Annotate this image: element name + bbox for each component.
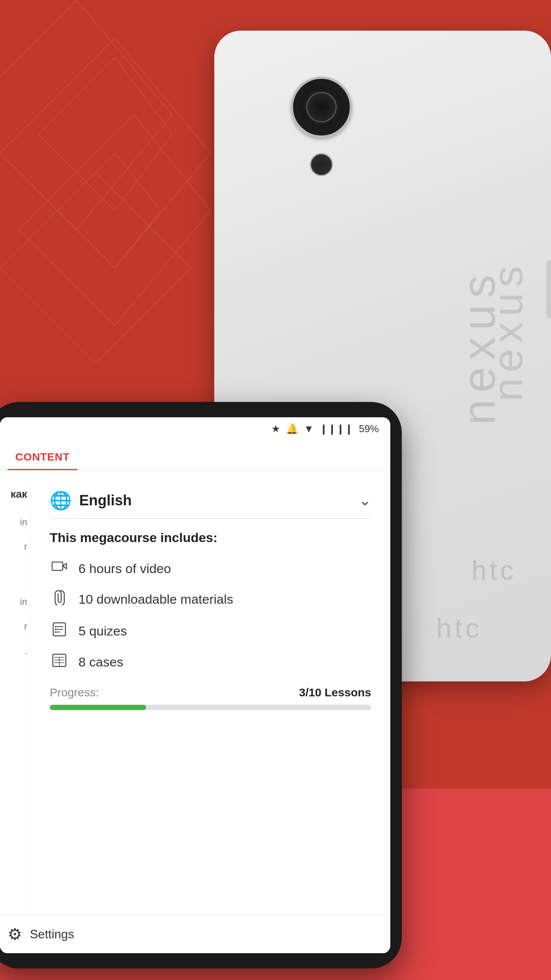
svg-point-30 bbox=[55, 626, 56, 627]
svg-point-32 bbox=[55, 631, 56, 633]
svg-line-11 bbox=[19, 230, 115, 325]
video-icon bbox=[50, 560, 69, 577]
quiz-icon bbox=[50, 622, 69, 640]
svg-marker-25 bbox=[63, 564, 67, 569]
progress-bar-fill bbox=[50, 705, 146, 710]
progress-section: Progress: 3/10 Lessons bbox=[50, 686, 371, 710]
globe-icon: 🌐 bbox=[50, 490, 72, 511]
progress-header: Progress: 3/10 Lessons bbox=[50, 686, 371, 699]
svg-line-15 bbox=[0, 268, 96, 364]
tab-bar: CONTENT bbox=[0, 440, 390, 471]
main-panel: 🌐 English ⌄ This megacourse includes: bbox=[31, 471, 390, 953]
language-selector[interactable]: 🌐 English ⌄ bbox=[50, 482, 371, 519]
svg-line-9 bbox=[134, 115, 210, 211]
svg-rect-24 bbox=[52, 562, 63, 570]
course-item-video: 6 hours of video bbox=[50, 560, 371, 577]
svg-line-4 bbox=[0, 0, 77, 77]
svg-line-1 bbox=[115, 38, 210, 153]
quizes-text: 5 quizes bbox=[78, 624, 127, 639]
app-content: CONTENT как in r in r . 🌐 bbox=[0, 440, 390, 953]
signal-icon: ❙❙❙❙ bbox=[320, 423, 353, 435]
svg-line-0 bbox=[0, 38, 115, 153]
content-area: как in r in r . 🌐 English ⌄ bbox=[0, 471, 390, 953]
svg-line-2 bbox=[115, 153, 210, 268]
svg-line-23 bbox=[57, 211, 115, 268]
course-item-materials: 10 downloadable materials bbox=[50, 590, 371, 609]
svg-line-14 bbox=[96, 268, 191, 364]
materials-text: 10 downloadable materials bbox=[78, 592, 233, 607]
language-label: English bbox=[79, 492, 351, 509]
svg-line-16 bbox=[38, 57, 115, 134]
sidebar-item-3: in bbox=[0, 590, 30, 614]
battery-percentage: 59% bbox=[359, 423, 379, 435]
sidebar-item-4: r bbox=[0, 614, 30, 639]
camera-area bbox=[291, 77, 352, 176]
camera-lens bbox=[306, 92, 337, 122]
sidebar-item-1: in bbox=[0, 510, 30, 534]
svg-point-31 bbox=[55, 629, 56, 630]
megacourse-section: This megacourse includes: 6 hours of vid… bbox=[50, 530, 371, 671]
side-button bbox=[546, 260, 551, 318]
sidebar-item-2: r bbox=[0, 534, 30, 559]
android-tablet: ★ 🔔 ▼ ❙❙❙❙ 59% CONTENT как in r in r bbox=[0, 402, 402, 969]
svg-line-13 bbox=[96, 172, 191, 268]
svg-line-6 bbox=[77, 115, 172, 230]
course-item-quizes: 5 quizes bbox=[50, 622, 371, 640]
svg-line-22 bbox=[115, 211, 161, 268]
cases-text: 8 cases bbox=[78, 655, 123, 670]
main-camera bbox=[291, 77, 352, 138]
settings-gear-icon: ⚙ bbox=[8, 925, 22, 944]
settings-bar[interactable]: ⚙ Settings bbox=[0, 915, 390, 953]
progress-label: Progress: bbox=[50, 686, 99, 699]
settings-label: Settings bbox=[30, 927, 74, 941]
progress-value: 3/10 Lessons bbox=[299, 686, 371, 699]
nexus-overlay-text: nexus bbox=[452, 268, 505, 425]
svg-line-17 bbox=[115, 57, 172, 134]
tablet-screen: ★ 🔔 ▼ ❙❙❙❙ 59% CONTENT как in r in r bbox=[0, 417, 390, 953]
wifi-icon: ▼ bbox=[304, 423, 314, 435]
course-item-cases: 8 cases bbox=[50, 653, 371, 671]
status-bar: ★ 🔔 ▼ ❙❙❙❙ 59% bbox=[0, 417, 390, 440]
chevron-down-icon: ⌄ bbox=[359, 492, 371, 509]
secondary-camera bbox=[310, 153, 333, 176]
svg-line-10 bbox=[115, 211, 210, 325]
cases-icon bbox=[50, 653, 69, 671]
bluetooth-icon: ★ bbox=[271, 423, 280, 435]
htc-overlay-text: htc bbox=[436, 612, 482, 644]
vibrate-icon: 🔔 bbox=[286, 423, 298, 435]
svg-line-5 bbox=[77, 0, 172, 115]
svg-line-18 bbox=[115, 134, 172, 211]
sidebar: как in r in r . bbox=[0, 471, 31, 953]
sidebar-title: как bbox=[0, 479, 30, 510]
tab-content[interactable]: CONTENT bbox=[8, 445, 77, 470]
video-hours-text: 6 hours of video bbox=[78, 561, 171, 576]
sidebar-item-5: . bbox=[0, 639, 30, 663]
megacourse-title: This megacourse includes: bbox=[50, 530, 371, 545]
paperclip-icon bbox=[50, 590, 69, 609]
geometric-pattern bbox=[0, 0, 210, 383]
progress-bar-track bbox=[50, 705, 371, 710]
htc-brand-text: htc bbox=[472, 555, 517, 586]
